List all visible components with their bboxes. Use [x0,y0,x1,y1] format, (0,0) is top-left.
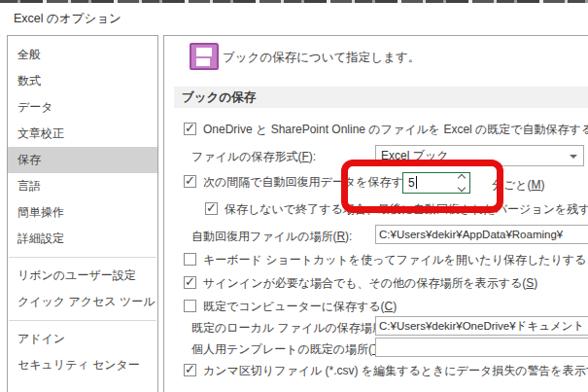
check-icon: ✓ [185,173,195,188]
dialog-titlebar: Excel のオプション [0,3,588,34]
computer-checkbox-row: ✓既定でコンピューターに保存する(C) [184,299,397,315]
sidebar-divider [9,320,156,321]
autosave-checkbox-row: ✓OneDrive と SharePoint Online のファイルを Exc… [184,122,588,139]
sidebar-item-ease-of-access[interactable]: 簡単操作 [8,199,157,226]
chevron-down-icon [570,155,577,159]
computer-checkbox[interactable]: ✓ [184,300,196,312]
local-path-label: 既定のローカル ファイルの保存場所(I): [191,320,398,337]
autosave-checkbox[interactable]: ✓ [184,123,196,135]
sidebar-item-language[interactable]: 言語 [8,173,157,199]
keyboard-checkbox[interactable]: ✓ [184,253,196,266]
csv-checkbox-row: ✓カンマ区切りファイル (*.csv) を編集するときにデータ損失の警告を表示す… [184,363,588,379]
sidebar-item-quick-access-toolbar[interactable]: クイック アクセス ツール バー [8,289,157,315]
sidebar-item-save[interactable]: 保存 [8,147,157,173]
signin-checkbox[interactable]: ✓ [184,276,196,289]
sidebar-item-proofing[interactable]: 文章校正 [8,121,157,147]
keep-last-checkbox[interactable]: ✓ [205,202,218,215]
red-highlight-annotation [341,160,503,213]
computer-checkbox-label: 既定でコンピューターに保存する(C) [203,300,397,313]
check-icon: ✓ [185,274,195,289]
sidebar-item-formulas[interactable]: 数式 [8,68,157,94]
keyboard-checkbox-label: キーボード ショートカットを使ってファイルを開いたり保存したりするときに Bac… [203,253,588,267]
template-path-label: 個人用テンプレートの既定の場所(T): [191,341,387,358]
file-format-label: ファイルの保存形式(F): [191,149,316,165]
sidebar-divider [9,257,156,258]
panel-intro-text: ブックの保存について指定します。 [223,50,420,66]
autorecover-checkbox[interactable]: ✓ [184,175,196,188]
autorecover-path-input[interactable] [375,225,588,244]
autorecover-path-label: 自動回復用ファイルの場所(R): [191,229,352,245]
save-floppy-icon [190,43,219,70]
sidebar-item-add-ins[interactable]: アドイン [8,326,157,352]
check-icon: ✓ [185,362,195,376]
sidebar-item-advanced[interactable]: 詳細設定 [8,226,157,252]
autosave-checkbox-label: OneDrive と SharePoint Online のファイルを Exce… [203,123,588,136]
signin-checkbox-label: サインインが必要な場合でも、その他の保存場所を表示する(S) [203,276,537,290]
dialog-title: Excel のオプション [14,11,121,27]
csv-checkbox[interactable]: ✓ [184,364,196,376]
template-path-input[interactable] [375,338,588,357]
check-icon: ✓ [206,200,217,215]
local-path-input[interactable] [375,316,588,336]
sidebar-item-customize-ribbon[interactable]: リボンのユーザー設定 [8,263,157,289]
excel-options-dialog: Excel のオプション 全般 数式 データ 文章校正 保存 言語 簡単操作 詳… [0,0,588,392]
sidebar-item-general[interactable]: 全般 [8,42,157,68]
signin-checkbox-row: ✓サインインが必要な場合でも、その他の保存場所を表示する(S) [184,275,537,292]
sidebar-item-trust-center[interactable]: セキュリティ センター [8,352,157,378]
sidebar-item-data[interactable]: データ [8,94,157,121]
check-icon: ✓ [185,121,195,135]
section-header-workbook-save: ブックの保存 [174,87,588,108]
options-sidebar: 全般 数式 データ 文章校正 保存 言語 簡単操作 詳細設定 リボンのユーザー設… [7,35,158,392]
keyboard-checkbox-row: ✓キーボード ショートカットを使ってファイルを開いたり保存したりするときに Ba… [184,252,588,268]
csv-checkbox-label: カンマ区切りファイル (*.csv) を編集するときにデータ損失の警告を表示する [203,364,588,377]
save-options-panel: ブックの保存について指定します。 ブックの保存 ✓OneDrive と Shar… [163,35,588,392]
